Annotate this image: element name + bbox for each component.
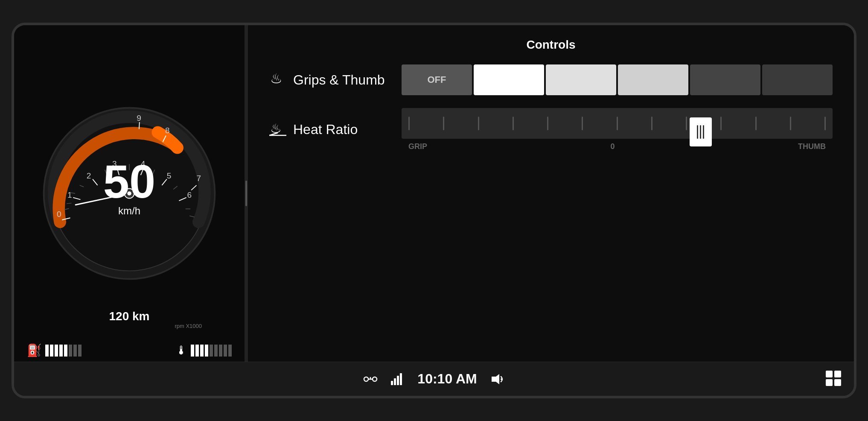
distance-display: 120 km xyxy=(109,310,150,323)
slider-track[interactable] xyxy=(402,108,833,139)
tick-3 xyxy=(478,117,479,130)
svg-rect-46 xyxy=(400,373,402,385)
temp-bar-4 xyxy=(205,345,208,357)
temp-bar-2 xyxy=(195,345,199,357)
temp-bar-7 xyxy=(219,345,222,357)
signal-bars-item xyxy=(391,373,405,385)
speed-value: 50 xyxy=(103,158,155,205)
svg-text:9: 9 xyxy=(137,114,141,123)
svg-text:1: 1 xyxy=(67,190,72,199)
svg-rect-44 xyxy=(394,378,396,385)
tick-10 xyxy=(720,117,722,130)
fuel-bar-4 xyxy=(59,345,63,357)
heat-btn-5[interactable] xyxy=(762,64,833,95)
heat-ratio-label-area: ♨ Heat Ratio xyxy=(269,119,389,140)
main-area: 0 1 2 3 4 5 xyxy=(14,25,854,362)
tick-6 xyxy=(582,117,583,130)
temp-bar-3 xyxy=(200,345,204,357)
svg-marker-47 xyxy=(492,374,499,384)
signal-icon xyxy=(391,373,405,385)
distance-unit: km xyxy=(132,310,149,323)
tick-7 xyxy=(617,117,618,130)
fuel-gauge: ⛽ xyxy=(27,343,82,357)
heat-btn-1[interactable] xyxy=(474,64,544,95)
temp-bar-9 xyxy=(228,345,232,357)
svg-rect-52 xyxy=(834,379,841,386)
svg-text:♨: ♨ xyxy=(270,71,283,86)
fuel-bar-6 xyxy=(69,345,72,357)
svg-text:6: 6 xyxy=(187,190,192,199)
tick-5 xyxy=(547,117,548,130)
left-panel: 0 1 2 3 4 5 xyxy=(14,25,245,362)
circuit-icon xyxy=(363,373,378,385)
tick-1 xyxy=(408,117,410,130)
svg-rect-50 xyxy=(834,371,841,377)
fuel-bar-5 xyxy=(64,345,67,357)
heat-btn-4[interactable] xyxy=(690,64,760,95)
heat-btn-3[interactable] xyxy=(618,64,688,95)
heat-ratio-icon: ♨ xyxy=(269,119,286,140)
volume-icon xyxy=(490,372,505,386)
volume-item xyxy=(490,372,505,386)
right-panel: Controls ♨ Grips & Thumb OFF xyxy=(248,25,854,362)
grid-icon[interactable] xyxy=(826,371,841,386)
slider-label-right: THUMB xyxy=(798,142,826,151)
speed-display: 50 km/h xyxy=(103,158,155,217)
heat-buttons-group: OFF xyxy=(402,64,833,95)
tick-4 xyxy=(513,117,514,130)
slider-track-wrapper[interactable] xyxy=(402,108,833,139)
svg-rect-51 xyxy=(826,379,833,386)
tick-2 xyxy=(443,117,444,130)
grid-icon-item[interactable] xyxy=(826,371,841,388)
heat-ratio-slider-container[interactable]: GRIP 0 THUMB xyxy=(402,108,833,151)
fuel-bar-1 xyxy=(45,345,49,357)
svg-text:0: 0 xyxy=(57,210,61,219)
slider-ticks xyxy=(408,117,826,130)
tick-12 xyxy=(790,117,791,130)
temp-bar-1 xyxy=(191,345,194,357)
tick-8 xyxy=(651,117,652,130)
svg-text:5: 5 xyxy=(167,171,172,180)
temp-bar-5 xyxy=(210,345,213,357)
svg-point-40 xyxy=(373,377,377,381)
temp-bars xyxy=(191,345,232,357)
svg-rect-43 xyxy=(391,381,393,385)
svg-point-48 xyxy=(501,378,502,380)
time-item: 10:10 AM xyxy=(417,371,477,387)
svg-text:8: 8 xyxy=(165,126,170,135)
temp-icon: 🌡 xyxy=(175,343,187,357)
heat-btn-2[interactable] xyxy=(546,64,616,95)
svg-line-23 xyxy=(67,203,71,204)
temp-gauge: 🌡 xyxy=(175,343,232,357)
fuel-icon: ⛽ xyxy=(27,343,42,357)
svg-rect-45 xyxy=(397,376,399,385)
fuel-bar-3 xyxy=(55,345,58,357)
device-frame: 0 1 2 3 4 5 xyxy=(12,23,856,398)
gauges-row: ⛽ 🌡 xyxy=(23,343,236,357)
svg-rect-49 xyxy=(826,371,833,377)
tick-11 xyxy=(755,117,757,130)
temp-bar-6 xyxy=(214,345,218,357)
tick-9 xyxy=(686,117,687,130)
heat-btn-off[interactable]: OFF xyxy=(402,64,472,95)
rpm-label: rpm X1000 xyxy=(175,323,202,329)
heat-ratio-label: Heat Ratio xyxy=(293,122,358,137)
grips-icon: ♨ xyxy=(269,70,286,91)
thumb-line-2 xyxy=(700,125,701,139)
speedometer-container: 0 1 2 3 4 5 xyxy=(40,104,219,283)
thumb-line-1 xyxy=(697,125,698,139)
controls-title: Controls xyxy=(269,38,833,52)
svg-point-39 xyxy=(364,377,368,381)
fuel-bar-2 xyxy=(50,345,53,357)
fuel-bar-8 xyxy=(78,345,82,357)
fuel-bars xyxy=(45,345,82,357)
tick-13 xyxy=(824,117,826,130)
grips-thumb-label-area: ♨ Grips & Thumb xyxy=(269,70,389,91)
grips-thumb-row: ♨ Grips & Thumb OFF xyxy=(269,64,833,95)
grips-thumb-label: Grips & Thumb xyxy=(293,72,385,88)
circuit-icon-item xyxy=(363,373,378,385)
slider-label-center: 0 xyxy=(611,142,615,151)
distance-value: 120 xyxy=(109,310,129,323)
fuel-bar-7 xyxy=(73,345,77,357)
panel-divider xyxy=(245,25,248,362)
